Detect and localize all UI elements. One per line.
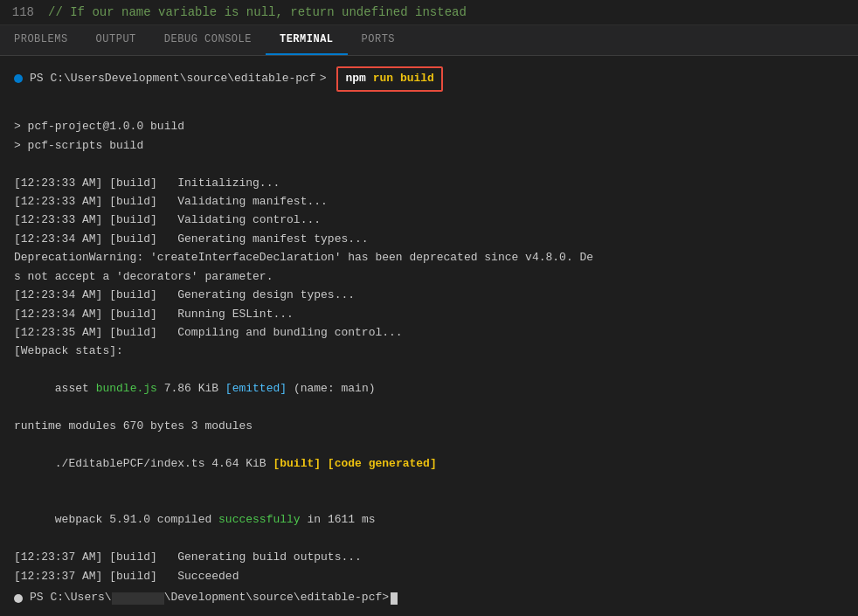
prompt2-path: \Development\source\editable-pcf> <box>164 589 389 607</box>
prompt-path: Development\source\editable-pcf <box>105 70 316 88</box>
output-index-ts: ./EditablePCF/index.ts 4.64 KiB [built] … <box>14 436 844 492</box>
output-succeeded: [12:23:37 AM] [build] Succeeded <box>14 567 844 585</box>
output-pcf-scripts: > pcf-scripts build <box>14 136 844 155</box>
output-generating-build: [12:23:37 AM] [build] Generating build o… <box>14 548 844 566</box>
terminal-dot-indicator <box>14 74 23 83</box>
output-validating-manifest: [12:23:33 AM] [build] Validating manifes… <box>14 192 844 211</box>
output-design-types: [12:23:34 AM] [build] Generating design … <box>14 286 844 304</box>
output-webpack-compiled: webpack 5.91.0 compiled successfully in … <box>14 492 844 548</box>
code-line-118: 118 // If our name variable is null, ret… <box>0 0 858 25</box>
terminal-prompt-line-2: PS C:\Users\ \Development\source\editabl… <box>14 589 844 607</box>
terminal-prompt-line: PS C:\Users Development\source\editable-… <box>14 66 844 92</box>
command-highlight-box: npm run build <box>336 66 442 92</box>
output-compiling: [12:23:35 AM] [build] Compiling and bund… <box>14 323 844 342</box>
prompt-arrow: > <box>320 70 327 88</box>
output-blank-1 <box>14 99 844 117</box>
output-eslint: [12:23:34 AM] [build] Running ESLint... <box>14 305 844 323</box>
output-runtime: runtime modules 670 bytes 3 modules <box>14 417 844 435</box>
terminal-panel: PS C:\Users Development\source\editable-… <box>0 56 858 616</box>
output-pcf-project: > pcf-project@1.0.0 build <box>14 117 844 135</box>
redacted-username <box>112 592 164 605</box>
prompt2-prefix: PS C:\Users\ <box>30 589 112 607</box>
tab-terminal[interactable]: TERMINAL <box>266 25 348 55</box>
terminal-cursor <box>391 592 398 605</box>
npm-run-build-command: npm run build <box>336 66 442 92</box>
tab-problems[interactable]: PROBLEMS <box>0 25 82 55</box>
npm-keyword: npm <box>345 72 365 85</box>
line-number: 118 <box>0 5 48 19</box>
prompt-prefix: PS C:\Users <box>30 70 105 88</box>
terminal-output: > pcf-project@1.0.0 build > pcf-scripts … <box>14 99 844 585</box>
output-init: [12:23:33 AM] [build] Initializing... <box>14 174 844 192</box>
output-deprecation-2: s not accept a 'decorators' parameter. <box>14 267 844 286</box>
tab-output[interactable]: OUTPUT <box>82 25 150 55</box>
output-webpack-stats: [Webpack stats]: <box>14 342 844 360</box>
output-blank-2 <box>14 155 844 173</box>
tab-debug-console[interactable]: DEBUG CONSOLE <box>150 25 266 55</box>
tab-ports[interactable]: PORTS <box>348 25 410 55</box>
panel-tab-bar: PROBLEMS OUTPUT DEBUG CONSOLE TERMINAL P… <box>0 25 858 56</box>
output-generating-manifest: [12:23:34 AM] [build] Generating manifes… <box>14 230 844 248</box>
code-comment: // If our name variable is null, return … <box>48 5 467 19</box>
terminal-dot-indicator-2 <box>14 594 23 603</box>
output-validating-control: [12:23:33 AM] [build] Validating control… <box>14 211 844 229</box>
output-deprecation-1: DeprecationWarning: 'createInterfaceDecl… <box>14 248 844 266</box>
run-build-args: run build <box>373 72 434 85</box>
output-asset-bundlejs: asset bundle.js 7.86 KiB [emitted] (name… <box>14 361 844 417</box>
